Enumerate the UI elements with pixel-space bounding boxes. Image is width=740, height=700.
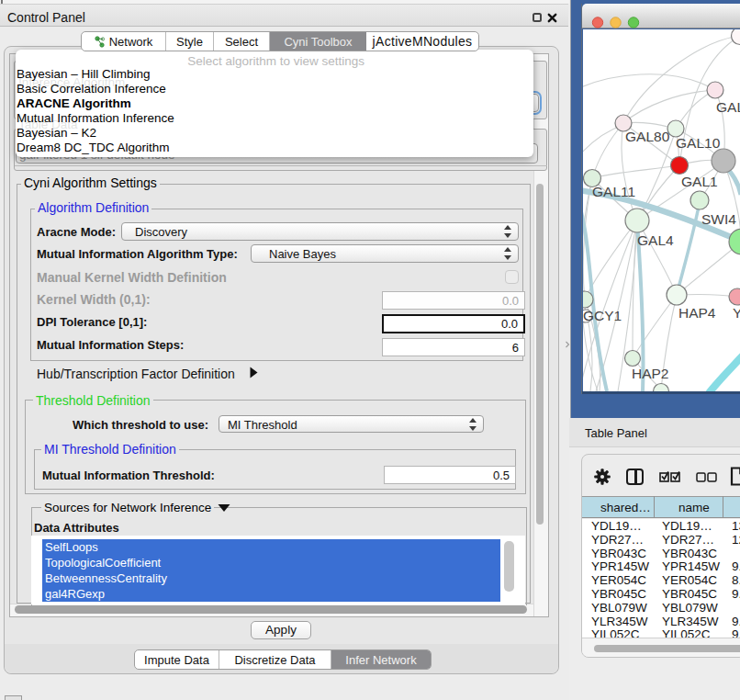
svg-text:YE: YE bbox=[733, 305, 740, 321]
svg-text:GAL11: GAL11 bbox=[592, 184, 635, 199]
svg-text:GAL10: GAL10 bbox=[676, 135, 721, 151]
svg-text:GAL2: GAL2 bbox=[716, 99, 740, 115]
svg-text:HAP4: HAP4 bbox=[678, 305, 716, 321]
svg-text:GCY1: GCY1 bbox=[583, 308, 622, 323]
svg-text:HAP2: HAP2 bbox=[632, 366, 669, 381]
svg-text:SWI4: SWI4 bbox=[701, 211, 736, 227]
svg-text:GAL80: GAL80 bbox=[625, 129, 670, 144]
svg-text:GAL1: GAL1 bbox=[681, 174, 718, 189]
svg-text:GAL4: GAL4 bbox=[637, 232, 674, 248]
